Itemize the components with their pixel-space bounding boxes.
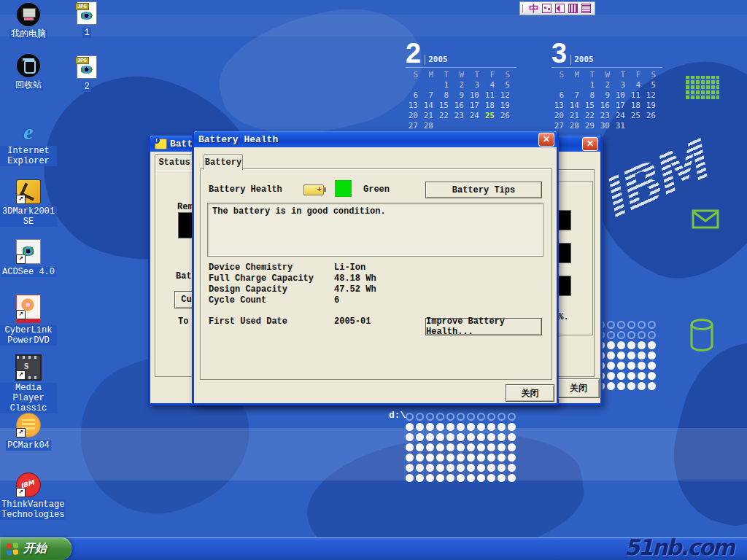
calendar-day: 12 — [498, 90, 513, 101]
close-button[interactable]: 关闭 — [557, 378, 600, 398]
wallpaper-dot — [436, 474, 444, 482]
wallpaper-dot — [416, 474, 424, 482]
battery-information-window-icon — [155, 139, 167, 149]
wallpaper-dot — [498, 413, 506, 421]
internet-explorer-icon: e — [17, 120, 40, 144]
close-icon[interactable]: ✕ — [582, 137, 598, 151]
calendar-day: 21 — [567, 111, 582, 121]
calendar-day — [567, 80, 582, 90]
wallpaper-dot — [436, 454, 444, 462]
calendar-weekday: S — [643, 70, 659, 80]
wallpaper-dot — [487, 423, 495, 431]
wallpaper-dot — [416, 413, 424, 421]
wallpaper-dot — [638, 382, 646, 390]
calendar-grid: SMTWTFS123456789101112131415161718192021… — [406, 67, 516, 131]
wallpaper-dot — [467, 474, 475, 482]
calendar-day: 30 — [597, 121, 613, 131]
calendar-day: 6 — [406, 90, 421, 101]
start-label: 开始 — [23, 541, 47, 556]
start-button[interactable]: 开始 — [0, 537, 71, 560]
calendar-day — [406, 80, 421, 90]
desktop-icon-jpg-1[interactable]: 1 — [58, 1, 115, 38]
desktop-icon-my-computer[interactable]: 我的电脑 — [0, 3, 57, 39]
tab-battery[interactable]: Battery — [204, 154, 243, 170]
calendar-day: 21 — [421, 111, 436, 121]
ime-pen-icon[interactable] — [555, 4, 565, 13]
jpg-file-icon — [77, 1, 97, 25]
calendar-day: 10 — [613, 90, 628, 101]
desktop-icon-3dmark2001[interactable]: ↗ 3DMark2001 SE — [0, 179, 57, 227]
ime-grip-handle[interactable] — [522, 4, 525, 12]
calendar-day: 19 — [643, 101, 659, 111]
calendar-day: 11 — [482, 90, 498, 101]
battery-tips-button[interactable]: Battery Tips — [425, 182, 542, 198]
detail-value: 48.18 Wh — [334, 273, 376, 284]
improve-battery-health-button[interactable]: Improve Battery Health... — [425, 318, 542, 335]
ime-language-bar[interactable]: 中 — [519, 1, 595, 15]
desktop-icon-thinkvantage[interactable]: ↗ ThinkVantage Technologies — [0, 472, 57, 520]
wallpaper-dot — [638, 372, 646, 380]
wallpaper-dot — [648, 372, 656, 380]
calendar-day: 19 — [498, 101, 513, 111]
wallpaper-dot — [638, 351, 646, 359]
calendar-weekday: T — [613, 70, 628, 80]
my-computer-icon — [17, 3, 40, 26]
wallpaper-dot — [446, 443, 454, 451]
wallpaper-dot — [446, 413, 454, 421]
shortcut-arrow-icon: ↗ — [16, 370, 26, 380]
calendar-day: 14 — [421, 101, 436, 111]
close-button[interactable]: 关闭 — [506, 384, 554, 402]
wallpaper-dot — [457, 433, 465, 441]
wallpaper-dot — [498, 433, 506, 441]
wallpaper-dot-grid — [406, 413, 516, 482]
calendar-day: 3 — [467, 80, 482, 90]
calendar-day: 18 — [628, 101, 643, 111]
desktop-icon-acdsee[interactable]: ↗ ACDSee 4.0 — [0, 239, 57, 277]
ime-keyboard-icon[interactable] — [568, 4, 578, 13]
calendar-day: 16 — [597, 101, 613, 111]
desktop-icon-powerdvd[interactable]: ↗ CyberLink PowerDVD — [0, 295, 57, 346]
wallpaper-dot — [457, 474, 465, 482]
wallpaper-dot — [638, 321, 646, 329]
calendar-day — [551, 80, 567, 90]
desktop-icon-label: ACDSee 4.0 — [1, 267, 56, 277]
wallpaper-dot — [406, 443, 414, 451]
wallpaper-dot — [426, 423, 434, 431]
wallpaper-dot — [617, 362, 625, 370]
desktop-icon-pcmark04[interactable]: ↗ PCMark04 — [0, 413, 57, 451]
wallpaper-dot — [508, 474, 516, 482]
desktop-icon-recycle-bin[interactable]: 回收站 — [0, 54, 57, 90]
wallpaper-dot — [617, 351, 625, 359]
ime-chinese-indicator[interactable]: 中 — [529, 3, 538, 14]
desktop-icon-media-player-classic[interactable]: ↗ Media Player Classic — [0, 354, 57, 413]
wallpaper-dot — [426, 433, 434, 441]
battery-health-client: Battery Battery Health Green Battery Tip… — [194, 147, 557, 403]
calendar-weekday: W — [597, 70, 613, 80]
wallpaper-dot — [607, 341, 615, 349]
calendar-weekday: M — [421, 70, 436, 80]
calendar-day: 5 — [643, 80, 659, 90]
wallpaper-dot — [638, 341, 646, 349]
wallpaper-dot — [487, 454, 495, 462]
desktop-icon-label: 1 — [82, 28, 90, 38]
3dmark-icon: ↗ — [16, 179, 41, 204]
desktop-icon-internet-explorer[interactable]: e Internet Explorer — [0, 120, 57, 166]
desktop-icon-jpg-2[interactable]: 2 — [58, 55, 115, 92]
close-icon[interactable]: ✕ — [538, 133, 554, 147]
tab-status[interactable]: Status — [155, 154, 194, 170]
calendar-day — [643, 121, 659, 131]
ime-punctuation-icon[interactable] — [542, 4, 551, 13]
wallpaper-dot — [627, 331, 635, 339]
calendar-day: 12 — [643, 90, 659, 101]
calendar-day: 27 — [406, 121, 421, 131]
wallpaper-dot — [426, 443, 434, 451]
calendar-day: 7 — [421, 90, 436, 101]
wallpaper-dot — [446, 474, 454, 482]
wallpaper-dot — [446, 454, 454, 462]
thinkvantage-icon: ↗ — [16, 472, 41, 497]
wallpaper-dot — [406, 423, 414, 431]
battery-health-titlebar[interactable]: Battery Health ✕ — [194, 131, 557, 147]
ime-menu-icon[interactable] — [581, 4, 591, 13]
calendar-day: 27 — [551, 121, 567, 131]
wallpaper-dot — [457, 423, 465, 431]
